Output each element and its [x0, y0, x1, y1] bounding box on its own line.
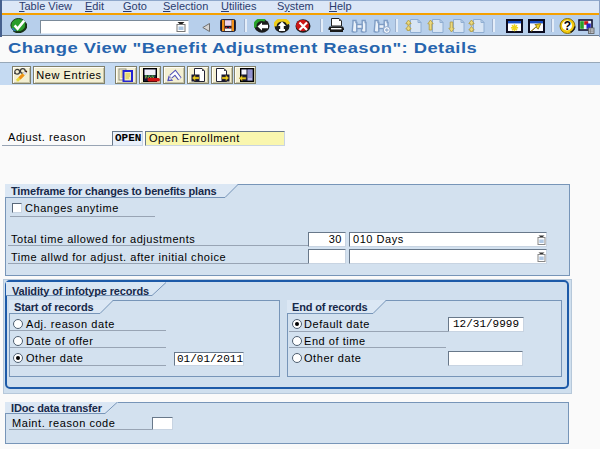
svg-text:?: ?: [564, 19, 571, 33]
